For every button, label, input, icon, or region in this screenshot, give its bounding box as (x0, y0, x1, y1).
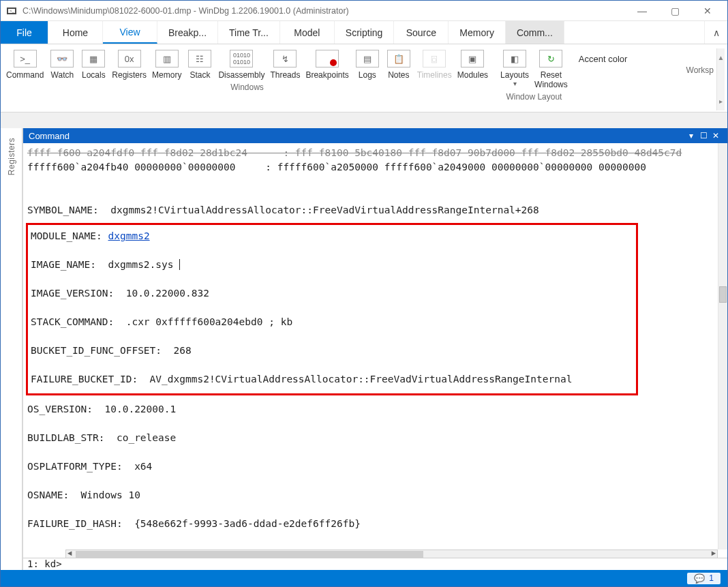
feedback-button[interactable]: 💬 1 (687, 573, 721, 584)
highlight-box: MODULE_NAME: dxgmms2 IMAGE_NAME: dxgmms2… (26, 223, 638, 395)
hex-icon: 0x (118, 50, 141, 67)
ribbon: >_Command 👓Watch ▦Locals 0xRegisters ▥Me… (1, 44, 727, 112)
output-failure-bucket: FAILURE_BUCKET_ID: AV_dxgmms2!CVirtualAd… (31, 372, 631, 387)
panel-dropdown-icon[interactable]: ▾ (685, 131, 697, 140)
ribbon-group-worksp-label: Worksp (571, 64, 716, 75)
left-dock: Registers (1, 128, 22, 570)
tool-modules[interactable]: ▣Modules (455, 48, 491, 81)
tool-notes[interactable]: 📋Notes (383, 48, 414, 81)
tool-breakpoints[interactable]: Breakpoints (303, 48, 351, 81)
binary-icon: 0101001010 (230, 50, 253, 67)
menu-source[interactable]: Source (394, 21, 449, 44)
breakpoint-icon (316, 50, 339, 67)
stack-icon: ☷ (188, 50, 211, 67)
chip-icon: ▥ (155, 50, 179, 67)
tool-disassembly[interactable]: 0101001010Disassembly (215, 48, 267, 81)
close-button[interactable]: ✕ (697, 5, 718, 16)
tool-registers[interactable]: 0xRegisters (109, 48, 149, 81)
output-module-name-label: MODULE_NAME: (31, 230, 108, 241)
comment-icon: 💬 (694, 573, 705, 584)
module-name-link[interactable]: dxgmms2 (108, 230, 150, 241)
output-buildlab: BUILDLAB_STR: co_release (27, 431, 714, 445)
window-title: C:\Windows\Minidump\081022-6000-01.dmp -… (22, 6, 632, 16)
timeline-icon: ⌼ (423, 50, 446, 67)
notes-icon: 📋 (387, 50, 410, 67)
tool-command[interactable]: >_Command (3, 48, 46, 81)
terminal-icon: >_ (14, 50, 37, 67)
tool-locals[interactable]: ▦Locals (78, 48, 109, 81)
accent-color-button[interactable]: Accent color (571, 48, 716, 64)
threads-icon: ↯ (273, 50, 297, 67)
ribbon-overflow-strip[interactable]: ▲▸ (716, 48, 725, 110)
menu-view[interactable]: View (103, 21, 157, 44)
ribbon-group-layout-label: Window Layout (498, 91, 571, 102)
glasses-icon: 👓 (50, 50, 74, 67)
menu-home[interactable]: Home (48, 21, 103, 44)
output-image-version: IMAGE_VERSION: 10.0.22000.832 (31, 286, 631, 301)
output-os-version: OS_VERSION: 10.0.22000.1 (27, 402, 714, 417)
ribbon-group-windows-label: Windows (3, 81, 491, 92)
menubar: File Home View Breakp... Time Tr... Mode… (1, 21, 727, 44)
tool-watch[interactable]: 👓Watch (46, 48, 78, 81)
svg-text:>_: >_ (10, 9, 15, 13)
layouts-icon: ◧ (503, 50, 526, 67)
output-bucket-func: BUCKET_ID_FUNC_OFFSET: 268 (31, 344, 631, 358)
window-titlebar: >_ C:\Windows\Minidump\081022-6000-01.dm… (1, 1, 727, 21)
panel-close-icon[interactable]: ✕ (710, 131, 722, 140)
dock-tab-registers[interactable]: Registers (5, 132, 18, 181)
panel-maximize-icon[interactable]: ☐ (697, 131, 710, 140)
output-hexdump: fffff600`a204fb40 00000000`00000000 : ff… (27, 160, 714, 175)
menu-command[interactable]: Comm... (506, 21, 564, 44)
command-output: ffff f600 a204fdf0 fff f8d02 28d1bc24 : … (23, 143, 727, 570)
menu-file[interactable]: File (1, 21, 48, 44)
output-stack-command: STACK_COMMAND: .cxr 0xfffff600a204ebd0 ;… (31, 315, 631, 329)
output-hexdump-cut: ffff f600 a204fdf0 fff f8d02 28d1bc24 : … (27, 146, 714, 160)
command-panel-title: Command (29, 131, 70, 141)
dropdown-icon: ▾ (513, 80, 517, 87)
statusbar: 💬 1 (1, 570, 727, 586)
minimize-button[interactable]: — (632, 5, 652, 16)
tool-timelines: ⌼Timelines (414, 48, 455, 81)
output-osplatform: OSPLATFORM_TYPE: x64 (27, 460, 714, 474)
tool-stack[interactable]: ☷Stack (184, 48, 215, 81)
menu-collapse-chevron[interactable]: ∧ (704, 21, 727, 44)
output-failure-hash: FAILURE_ID_HASH: {548e662f-9993-3ad6-dda… (27, 517, 714, 531)
tool-threads[interactable]: ↯Threads (267, 48, 303, 81)
command-panel: Command ▾ ☐ ✕ ffff f600 a204fdf0 fff f8d… (22, 128, 727, 570)
logs-icon: ▤ (356, 50, 379, 67)
feedback-count: 1 (709, 573, 714, 583)
tool-logs[interactable]: ▤Logs (352, 48, 383, 81)
maximize-button[interactable]: ▢ (665, 5, 685, 16)
menu-scripting[interactable]: Scripting (335, 21, 394, 44)
menu-breakpoints[interactable]: Breakp... (157, 21, 218, 44)
tool-memory[interactable]: ▥Memory (149, 48, 184, 81)
command-panel-titlebar[interactable]: Command ▾ ☐ ✕ (23, 128, 727, 143)
vertical-scrollbar[interactable] (718, 143, 727, 550)
reset-icon: ↻ (539, 50, 562, 67)
command-input[interactable]: 1: kd> (23, 558, 727, 570)
menu-time-travel[interactable]: Time Tr... (218, 21, 280, 44)
modules-icon: ▣ (461, 50, 484, 67)
menu-model[interactable]: Model (280, 21, 335, 44)
tool-layouts[interactable]: ◧Layouts▾ (498, 48, 532, 91)
output-symbol-name: SYMBOL_NAME: dxgmms2!CVirtualAddressAllo… (27, 203, 714, 217)
app-icon: >_ (6, 5, 18, 17)
menu-memory[interactable]: Memory (449, 21, 506, 44)
output-osname: OSNAME: Windows 10 (27, 488, 714, 502)
tool-reset-windows[interactable]: ↻Reset Windows (532, 48, 571, 91)
cubes-icon: ▦ (82, 50, 105, 67)
output-image-name: IMAGE_NAME: dxgmms2.sys (31, 259, 174, 270)
